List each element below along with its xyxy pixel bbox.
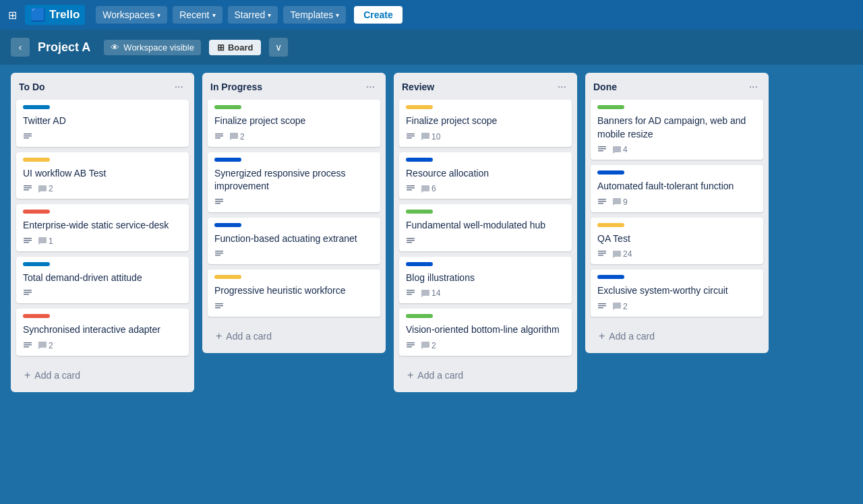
card-footer [406,237,565,246]
svg-rect-42 [598,146,606,148]
board-content: To Do···Twitter ADUI workflow AB Test 2E… [0,65,863,504]
board-view-more-button[interactable]: ∨ [269,38,288,57]
card-label [406,158,433,162]
card[interactable]: Vision-oriented bottom-line algorithm 2 [399,309,572,356]
column-todo: To Do···Twitter ADUI workflow AB Test 2E… [11,73,194,392]
comments-icon: 2 [38,184,53,193]
sidebar-collapse-button[interactable]: ‹ [11,38,30,57]
board-view-button[interactable]: ⊞ Board [209,40,262,55]
card-title: Synchronised interactive adapter [23,323,182,337]
column-header: Review··· [394,73,577,100]
comments-icon: 1 [38,237,53,246]
card[interactable]: Twitter AD [16,100,189,147]
card[interactable]: Finalize project scope 10 [399,100,572,147]
card[interactable]: QA Test 24 [591,218,763,265]
column-title: In Progress [210,82,262,92]
card[interactable]: Fundamental well-modulated hub [399,204,572,251]
card[interactable]: Total demand-driven attitude [16,257,189,304]
card-footer: 2 [406,341,565,350]
column-header: To Do··· [11,73,194,100]
column-header: In Progress··· [202,73,386,100]
plus-icon: + [407,369,413,381]
starred-menu[interactable]: Starred ▾ [228,6,278,24]
svg-rect-47 [598,203,603,204]
svg-rect-17 [215,137,220,139]
card-title: Finalize project scope [214,115,374,128]
svg-rect-26 [215,307,220,309]
svg-rect-1 [24,135,32,137]
svg-rect-10 [24,292,32,293]
chevron-down-icon: ▾ [268,11,271,19]
svg-rect-36 [407,290,415,291]
card[interactable]: Finalize project scope 2 [208,100,380,147]
description-icon [23,184,32,193]
board-view-icon: ⊞ [217,42,225,53]
svg-rect-25 [215,305,223,307]
svg-rect-12 [24,342,32,344]
card-title: Resource allocation [406,167,565,181]
card[interactable]: Synergized responsive process improvemen… [208,152,380,212]
description-icon [597,145,607,154]
card[interactable]: Resource allocation 6 [399,152,572,199]
description-icon [406,132,415,141]
chevron-down-icon: ▾ [212,11,216,19]
card-footer [23,288,182,298]
card[interactable]: Automated fault-tolerant function 9 [591,165,763,212]
description-icon [214,302,224,311]
card-footer: 2 [23,341,182,350]
card-footer: 4 [597,145,756,154]
svg-rect-39 [407,342,415,344]
collapse-icon: ‹ [19,42,22,53]
card[interactable]: Function-based actuating extranet [208,218,380,265]
svg-rect-14 [24,346,29,348]
card[interactable]: Enterprise-wide static service-desk 1 [16,204,189,251]
card-footer: 2 [214,132,374,141]
add-card-button[interactable]: + Add a card [208,325,380,348]
add-card-button[interactable]: + Add a card [591,325,763,348]
svg-rect-34 [407,240,415,241]
description-icon [406,341,415,350]
column-title: To Do [19,82,45,92]
card[interactable]: Banners for AD campaign, web and mobile … [591,100,763,160]
add-card-button[interactable]: + Add a card [399,364,572,387]
svg-rect-32 [407,189,412,191]
description-icon [406,237,415,246]
column-menu-button[interactable]: ··· [555,80,569,94]
card[interactable]: Progressive heuristic workforce [208,270,380,317]
svg-rect-20 [215,203,220,204]
column-menu-button[interactable]: ··· [172,80,186,94]
svg-rect-37 [407,292,415,293]
svg-rect-23 [215,255,220,256]
comments-icon: 2 [38,341,53,350]
card[interactable]: Exclusive system-worthy circuit 2 [591,270,763,317]
add-card-button[interactable]: + Add a card [16,364,189,387]
card-label [597,170,624,175]
chevron-down-icon: ▾ [157,11,160,19]
create-button[interactable]: Create [354,6,403,24]
templates-menu[interactable]: Templates ▾ [283,6,346,24]
column-menu-button[interactable]: ··· [746,80,761,94]
card[interactable]: Blog illustrations 14 [399,257,572,304]
grid-icon[interactable]: ⊞ [8,9,17,22]
card[interactable]: UI workflow AB Test 2 [16,152,189,199]
workspaces-menu[interactable]: Workspaces ▾ [96,6,167,24]
svg-rect-50 [598,255,603,256]
svg-rect-2 [24,137,29,139]
svg-rect-43 [598,148,606,150]
recent-menu[interactable]: Recent ▾ [173,6,222,24]
svg-rect-31 [407,187,415,189]
plus-icon: + [599,330,605,342]
trello-logo[interactable]: 🟦 Trello [25,5,85,25]
svg-rect-52 [598,305,606,307]
card-title: Finalize project scope [406,115,565,128]
column-menu-button[interactable]: ··· [363,80,378,94]
card-title: Fundamental well-modulated hub [406,219,565,232]
card-footer [23,132,182,141]
workspace-visibility-button[interactable]: 👁 Workspace visible [104,40,201,55]
svg-rect-16 [215,135,223,137]
description-icon [597,197,607,207]
card[interactable]: Synchronised interactive adapter 2 [16,309,189,356]
svg-rect-45 [598,199,606,200]
description-icon [214,132,224,141]
card-label [23,210,50,214]
